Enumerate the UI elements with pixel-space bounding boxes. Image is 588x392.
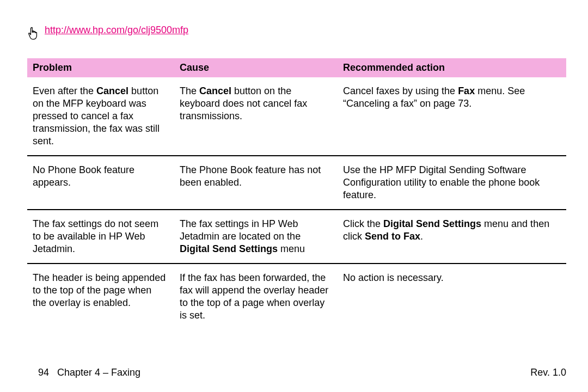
header-cause: Cause bbox=[174, 58, 338, 77]
cell-action: No action is necessary. bbox=[338, 264, 566, 329]
cell-problem: The fax settings do not seem to be avail… bbox=[27, 210, 174, 264]
cell-action: Click the Digital Send Settings menu and… bbox=[338, 210, 566, 264]
cell-problem: The header is being appended to the top … bbox=[27, 264, 174, 329]
cell-action: Use the HP MFP Digital Sending Software … bbox=[338, 156, 566, 210]
table-header-row: Problem Cause Recommended action bbox=[27, 58, 566, 77]
page-footer: 94 Chapter 4 – Faxing Rev. 1.0 bbox=[38, 367, 566, 378]
page-number: 94 bbox=[38, 367, 49, 378]
document-page: http://www.hp.com/go/clj9500mfp Problem … bbox=[0, 0, 588, 392]
cell-problem: No Phone Book feature appears. bbox=[27, 156, 174, 210]
revision-label: Rev. 1.0 bbox=[530, 367, 566, 378]
footer-left: 94 Chapter 4 – Faxing bbox=[38, 367, 140, 378]
top-link-row: http://www.hp.com/go/clj9500mfp bbox=[27, 24, 566, 41]
cell-cause: If the fax has been forwarded, the fax w… bbox=[174, 264, 338, 329]
product-support-link[interactable]: http://www.hp.com/go/clj9500mfp bbox=[45, 24, 188, 36]
chapter-label: Chapter 4 – Faxing bbox=[57, 367, 140, 378]
cell-cause: The Phone Book feature has not been enab… bbox=[174, 156, 338, 210]
cell-cause: The fax settings in HP Web Jetadmin are … bbox=[174, 210, 338, 264]
table-row: Even after the Cancel button on the MFP … bbox=[27, 77, 566, 156]
table-row: The fax settings do not seem to be avail… bbox=[27, 210, 566, 264]
cell-problem: Even after the Cancel button on the MFP … bbox=[27, 77, 174, 156]
cell-action: Cancel faxes by using the Fax menu. See … bbox=[338, 77, 566, 156]
table-row: The header is being appended to the top … bbox=[27, 264, 566, 329]
header-action: Recommended action bbox=[338, 58, 566, 77]
table-row: No Phone Book feature appears. The Phone… bbox=[27, 156, 566, 210]
cell-cause: The Cancel button on the keyboard does n… bbox=[174, 77, 338, 156]
header-problem: Problem bbox=[27, 58, 174, 77]
troubleshooting-table: Problem Cause Recommended action Even af… bbox=[27, 58, 566, 330]
pointer-hand-icon bbox=[27, 27, 39, 41]
